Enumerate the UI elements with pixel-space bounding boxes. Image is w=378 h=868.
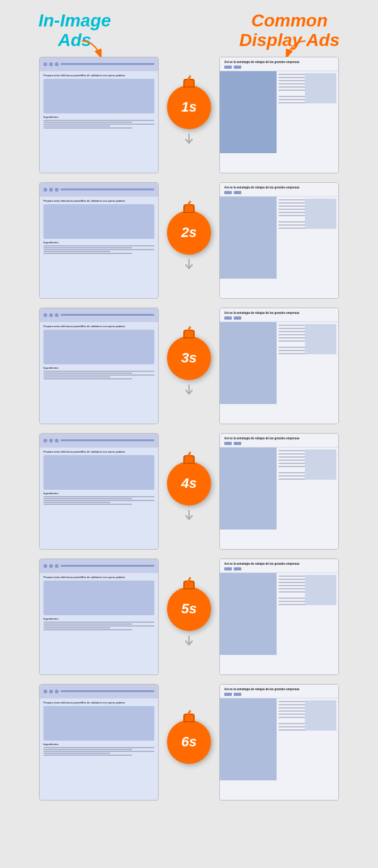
arrow-down-5 (183, 635, 195, 646)
right-panel-2: Así es la estrategia de rebajas de las g… (219, 182, 339, 299)
right-panel-6: Así es la estrategia de rebajas de las g… (219, 684, 339, 801)
comparison-row-1: Prepara estos deliciosos pastelillos de … (6, 57, 372, 173)
right-title-line1: Common (239, 11, 340, 31)
left-panel-1: Prepara estos deliciosos pastelillos de … (39, 57, 159, 173)
center-col-2: 2s (164, 211, 214, 270)
stopwatch-4: 4s (167, 461, 211, 506)
left-panel-4: Prepara estos deliciosos pastelillos de … (39, 433, 159, 550)
stopwatch-5: 5s (167, 587, 211, 631)
comparison-row-5: Prepara estos deliciosos pastelillos de … (6, 558, 372, 675)
center-col-1: 1s (164, 85, 214, 144)
left-heatmap-5: Prepara estos deliciosos pastelillos de … (39, 558, 159, 675)
left-panel-5: Prepara estos deliciosos pastelillos de … (39, 558, 159, 675)
stopwatch-label-3: 3s (181, 350, 197, 366)
left-panel-6: Prepara estos deliciosos pastelillos de … (39, 684, 159, 801)
left-article-title-2: Prepara estos deliciosos pastelillos de … (43, 199, 154, 202)
center-col-4: 4s (164, 461, 214, 521)
center-col-3: 3s (164, 336, 214, 395)
ingredients-label-1: Ingredientes (43, 115, 154, 119)
right-heatmap-6: Así es la estrategia de rebajas de las g… (219, 684, 339, 801)
stopwatch-label-4: 4s (181, 475, 197, 492)
stopwatch-label-5: 5s (181, 601, 197, 617)
header: In-Image Ads Common Display Ads (0, 0, 378, 57)
right-panel-4: Así es la estrategia de rebajas de las g… (219, 433, 339, 550)
stopwatch-6: 6s (167, 720, 211, 764)
right-heatmap-2: Así es la estrategia de rebajas de las g… (219, 182, 339, 299)
stopwatch-label-2: 2s (181, 224, 197, 241)
stopwatch-label-6: 6s (181, 734, 197, 750)
center-col-5: 5s (164, 587, 214, 646)
right-panel-5: Así es la estrategia de rebajas de las g… (219, 558, 339, 675)
right-heatmap-4: Así es la estrategia de rebajas de las g… (219, 433, 339, 550)
stopwatch-2: 2s (167, 211, 211, 255)
arrow-down-2 (183, 258, 195, 270)
comparison-row-4: Prepara estos deliciosos pastelillos de … (6, 433, 372, 550)
right-heatmap-5: Así es la estrategia de rebajas de las g… (219, 558, 339, 675)
stopwatch-label-1: 1s (181, 99, 197, 115)
comparison-row-3: Prepara estos deliciosos pastelillos de … (6, 308, 372, 424)
center-col-6: 6s (164, 720, 214, 764)
left-page-mock-1: Prepara estos deliciosos pastelillos de … (40, 57, 158, 173)
left-article-title-1: Prepara estos deliciosos pastelillos de … (43, 74, 154, 77)
left-heatmap-3: Prepara estos deliciosos pastelillos de … (39, 308, 159, 424)
left-panel-2: Prepara estos deliciosos pastelillos de … (39, 182, 159, 299)
left-heatmap-6: Prepara estos deliciosos pastelillos de … (39, 684, 159, 801)
comparison-row-6: Prepara estos deliciosos pastelillos de … (6, 684, 372, 801)
right-article-title-1: Así es la estrategia de rebajas de las g… (224, 61, 334, 64)
arrow-down-3 (183, 384, 195, 395)
arrow-down-4 (183, 509, 195, 521)
right-panel-1: Así es la estrategia de rebajas de las g… (219, 57, 339, 173)
right-panel-3: Así es la estrategia de rebajas de las g… (219, 308, 339, 424)
left-heatmap-4: Prepara estos deliciosos pastelillos de … (39, 433, 159, 550)
arrow-down-1 (183, 133, 195, 144)
rows-container: Prepara estos deliciosos pastelillos de … (0, 57, 378, 801)
stopwatch-1: 1s (167, 85, 211, 129)
left-panel-3: Prepara estos deliciosos pastelillos de … (39, 308, 159, 424)
stopwatch-3: 3s (167, 336, 211, 380)
comparison-row-2: Prepara estos deliciosos pastelillos de … (6, 182, 372, 299)
left-title-line1: In-Image (38, 11, 111, 31)
right-heatmap-3: Así es la estrategia de rebajas de las g… (219, 308, 339, 424)
page-container: In-Image Ads Common Display Ads (0, 0, 378, 801)
left-heatmap-2: Prepara estos deliciosos pastelillos de … (39, 182, 159, 299)
right-heatmap-1: Así es la estrategia de rebajas de las g… (219, 57, 339, 173)
left-heatmap-1: Prepara estos deliciosos pastelillos de … (39, 57, 159, 173)
